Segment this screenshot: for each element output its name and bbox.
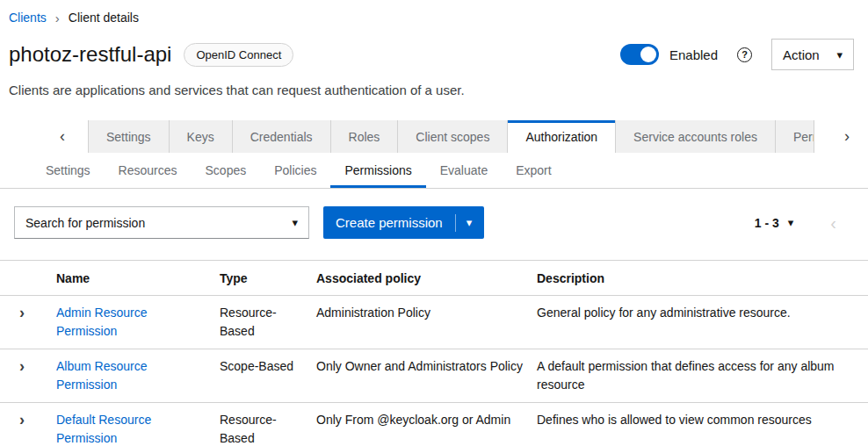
- subtab-resources[interactable]: Resources: [105, 153, 192, 188]
- column-header-type: Type: [220, 271, 316, 285]
- page-header: photoz-restful-api OpenID Connect Enable…: [0, 39, 868, 70]
- tab-credentials[interactable]: Credentials: [233, 120, 331, 153]
- permission-name-link[interactable]: Default Resource Permission: [56, 413, 151, 445]
- tabs-scroll-right-button[interactable]: ›: [826, 120, 868, 153]
- tab-roles[interactable]: Roles: [331, 120, 399, 153]
- permission-name-link[interactable]: Album Resource Permission: [56, 359, 148, 392]
- page-title: photoz-restful-api: [9, 42, 171, 67]
- chevron-left-icon: ‹: [830, 213, 836, 233]
- caret-down-icon: ▾: [836, 49, 843, 61]
- permission-description: A default permission that defines access…: [537, 357, 868, 394]
- permission-description: Defines who is allowed to view common re…: [537, 411, 868, 446]
- permissions-toolbar: Search for permission ▾ Create permissio…: [0, 189, 868, 260]
- chevron-right-icon: ›: [55, 11, 60, 25]
- tab-list: Settings Keys Credentials Roles Client s…: [88, 120, 826, 153]
- permission-policy: Only From @keycloak.org or Admin: [316, 411, 537, 446]
- action-dropdown[interactable]: Action ▾: [771, 39, 854, 70]
- pagination-range: 1 - 3: [755, 216, 779, 230]
- header-actions: Enabled ? Action ▾: [620, 39, 854, 70]
- chevron-right-icon: ›: [844, 127, 850, 146]
- permission-type: Resource-Based: [220, 304, 316, 341]
- subtab-export[interactable]: Export: [502, 153, 565, 188]
- column-header-description: Description: [537, 271, 868, 285]
- breadcrumb-clients-link[interactable]: Clients: [9, 11, 47, 25]
- chevron-right-icon: ›: [19, 304, 25, 321]
- chevron-right-icon: ›: [19, 357, 25, 375]
- enabled-toggle[interactable]: [620, 44, 659, 65]
- permissions-table: Name Type Associated policy Description …: [0, 260, 868, 446]
- tab-settings[interactable]: Settings: [88, 120, 170, 153]
- toggle-knob: [640, 47, 656, 62]
- subtab-permissions[interactable]: Permissions: [330, 153, 425, 188]
- button-divider: [455, 214, 456, 232]
- pagination-dropdown[interactable]: 1 - 3 ▾: [749, 215, 799, 231]
- caret-down-icon: ▾: [467, 217, 473, 228]
- subtab-scopes[interactable]: Scopes: [192, 153, 261, 188]
- table-header-row: Name Type Associated policy Description: [0, 261, 868, 296]
- subtab-evaluate[interactable]: Evaluate: [426, 153, 502, 188]
- enabled-label: Enabled: [669, 47, 718, 62]
- permission-type: Resource-Based: [220, 411, 316, 446]
- expand-row-button[interactable]: ›: [14, 411, 25, 429]
- breadcrumb-current: Client details: [69, 11, 139, 25]
- search-placeholder: Search for permission: [25, 216, 145, 230]
- client-description: Clients are applications and services th…: [0, 83, 868, 97]
- tab-authorization[interactable]: Authorization: [508, 120, 616, 153]
- expand-row-button[interactable]: ›: [14, 357, 25, 376]
- permission-policy: Administration Policy: [316, 304, 537, 341]
- caret-down-icon: ▾: [292, 217, 298, 228]
- action-label: Action: [783, 47, 820, 62]
- permission-name-link[interactable]: Admin Resource Permission: [56, 306, 148, 338]
- table-row: › Admin Resource Permission Resource-Bas…: [0, 296, 868, 349]
- authorization-subtabs: Settings Resources Scopes Policies Permi…: [0, 153, 868, 189]
- create-permission-label: Create permission: [336, 215, 443, 230]
- protocol-badge: OpenID Connect: [184, 43, 293, 67]
- column-header-name: Name: [56, 271, 220, 285]
- client-tabs: ‹ Settings Keys Credentials Roles Client…: [0, 120, 868, 153]
- table-row: › Album Resource Permission Scope-Based …: [0, 349, 868, 403]
- table-row: › Default Resource Permission Resource-B…: [0, 403, 868, 446]
- tab-keys[interactable]: Keys: [170, 120, 233, 153]
- page: Clients › Client details photoz-restful-…: [0, 0, 868, 446]
- permission-policy: Only Owner and Administrators Policy: [316, 357, 537, 394]
- caret-down-icon: ▾: [788, 217, 794, 228]
- column-header-policy: Associated policy: [316, 271, 537, 285]
- chevron-left-icon: ‹: [60, 127, 65, 146]
- subtab-policies[interactable]: Policies: [260, 153, 330, 188]
- subtab-settings[interactable]: Settings: [32, 153, 105, 188]
- tabs-scroll-left-button[interactable]: ‹: [0, 120, 88, 153]
- create-permission-button[interactable]: Create permission ▾: [323, 206, 484, 239]
- permission-search-select[interactable]: Search for permission ▾: [14, 206, 309, 239]
- chevron-right-icon: ›: [19, 411, 25, 428]
- tab-client-scopes[interactable]: Client scopes: [398, 120, 508, 153]
- breadcrumb: Clients › Client details: [0, 0, 868, 25]
- tab-permissions[interactable]: Permissions: [776, 120, 814, 153]
- permission-type: Scope-Based: [220, 357, 316, 394]
- expand-row-button[interactable]: ›: [14, 304, 25, 322]
- help-icon[interactable]: ?: [737, 47, 752, 62]
- tab-service-accounts-roles[interactable]: Service accounts roles: [616, 120, 776, 153]
- pagination-prev-button[interactable]: ‹: [825, 213, 842, 233]
- pagination: 1 - 3 ▾ ‹: [749, 213, 854, 233]
- permission-description: General policy for any administrative re…: [537, 304, 868, 341]
